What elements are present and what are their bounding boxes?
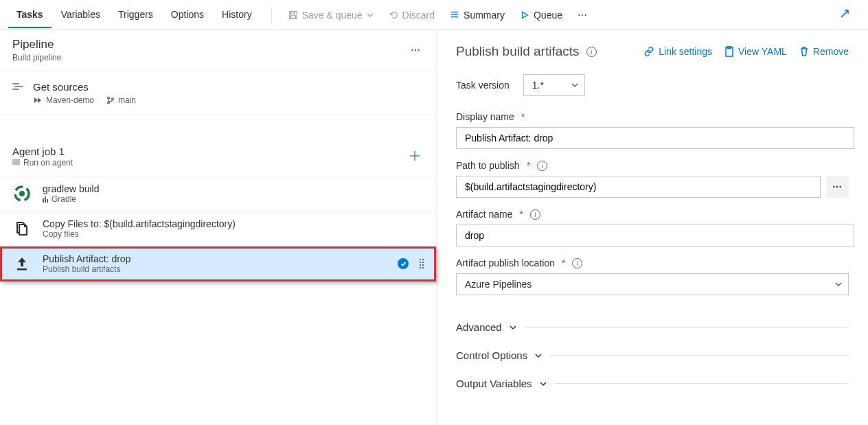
svg-rect-22 (43, 198, 44, 203)
svg-rect-1 (290, 11, 294, 14)
task-title: Publish Artifact: drop (43, 253, 387, 264)
task-row-gradle[interactable]: gradlew build Gradle (0, 176, 436, 211)
svg-point-12 (108, 97, 110, 99)
remove-label: Remove (813, 46, 849, 57)
summary-button[interactable]: Summary (444, 7, 510, 23)
path-label: Path to publish (456, 160, 520, 171)
svg-rect-2 (290, 15, 295, 18)
undo-icon (389, 10, 398, 20)
trash-icon (799, 46, 809, 57)
output-variables-label: Output Variables (456, 378, 532, 389)
svg-rect-24 (47, 199, 48, 203)
display-name-label: Display name (456, 111, 514, 122)
browse-button[interactable]: ⋯ (826, 176, 849, 198)
artifact-name-label: Artifact name (456, 209, 512, 220)
location-value: Azure Pipelines (465, 279, 532, 290)
task-row-publish[interactable]: Publish Artifact: drop Publish build art… (0, 246, 436, 282)
divider (271, 7, 272, 23)
tab-options[interactable]: Options (163, 2, 212, 28)
chevron-down-icon (367, 12, 374, 19)
get-sources-row[interactable]: Get sources Maven-demo main (0, 71, 436, 115)
link-settings-label: Link settings (659, 46, 712, 57)
queue-button[interactable]: Queue (514, 7, 568, 23)
advanced-label: Advanced (456, 321, 502, 333)
link-settings-button[interactable]: Link settings (643, 46, 712, 57)
task-version-select[interactable]: 1.* (523, 74, 585, 96)
control-options-section[interactable]: Control Options (456, 341, 849, 369)
location-select[interactable]: Azure Pipelines (456, 273, 849, 295)
pipeline-header[interactable]: Pipeline Build pipeline ⋯ (0, 30, 436, 71)
tab-history[interactable]: History (214, 2, 260, 28)
save-queue-label: Save & queue (302, 10, 363, 21)
expand-icon (839, 8, 850, 19)
summary-icon (450, 10, 459, 20)
output-variables-section[interactable]: Output Variables (456, 369, 849, 398)
svg-point-21 (19, 191, 25, 196)
task-subtitle: Gradle (43, 194, 424, 204)
tab-strip: Tasks Variables Triggers Options History (8, 2, 260, 28)
agent-job-row[interactable]: Agent job 1 Run on agent (0, 136, 436, 176)
get-sources-title: Get sources (33, 81, 136, 93)
plus-icon (409, 150, 421, 162)
control-options-label: Control Options (456, 349, 527, 361)
chevron-down-icon (509, 323, 517, 332)
clipboard-icon (724, 46, 734, 57)
chevron-down-icon (539, 380, 547, 388)
drag-handle[interactable] (420, 259, 424, 268)
repo-icon (33, 96, 43, 104)
discard-button[interactable]: Discard (383, 7, 440, 23)
info-icon[interactable]: i (530, 209, 540, 220)
svg-point-13 (108, 102, 110, 104)
info-icon[interactable]: i (572, 258, 582, 268)
task-version-value: 1.* (532, 80, 544, 91)
task-version-label: Task version (456, 80, 510, 91)
artifact-name-input[interactable] (456, 225, 854, 246)
advanced-section[interactable]: Advanced (456, 313, 849, 341)
tab-variables[interactable]: Variables (53, 2, 108, 28)
svg-rect-25 (17, 268, 27, 271)
branch-name: main (106, 95, 136, 105)
required-indicator: * (527, 160, 530, 171)
task-subtitle: Publish build artifacts (43, 264, 387, 274)
tab-tasks[interactable]: Tasks (8, 2, 52, 28)
pipeline-title: Pipeline (12, 38, 408, 51)
summary-label: Summary (464, 10, 505, 21)
task-title: gradlew build (43, 183, 424, 194)
sources-icon (12, 82, 23, 91)
agent-title: Agent job 1 (12, 146, 406, 157)
remove-button[interactable]: Remove (799, 46, 849, 57)
tab-triggers[interactable]: Triggers (110, 2, 161, 28)
upload-icon (12, 254, 32, 273)
info-icon[interactable]: i (586, 47, 597, 57)
check-icon (398, 258, 409, 269)
add-task-button[interactable] (406, 147, 424, 167)
required-indicator: * (521, 111, 525, 122)
view-yaml-button[interactable]: View YAML (724, 46, 787, 57)
agent-subtitle: Run on agent (12, 158, 406, 168)
pipeline-subtitle: Build pipeline (12, 53, 408, 62)
pipeline-more-button[interactable]: ⋯ (408, 42, 424, 58)
play-icon (520, 10, 529, 20)
chevron-down-icon (834, 280, 843, 288)
svg-rect-23 (45, 196, 46, 203)
location-label: Artifact publish location (456, 257, 555, 268)
expand-button[interactable] (834, 5, 856, 24)
gradle-icon (12, 184, 32, 203)
detail-title: Publish build artifacts (456, 44, 580, 59)
repo-name: Maven-demo (33, 95, 94, 105)
top-toolbar: Tasks Variables Triggers Options History… (0, 0, 868, 30)
agent-icon (12, 159, 20, 166)
info-icon[interactable]: i (537, 161, 547, 171)
display-name-input[interactable] (456, 127, 854, 149)
link-icon (643, 47, 654, 56)
task-row-copy[interactable]: Copy Files to: $(build.artifactstagingdi… (0, 211, 436, 246)
discard-label: Discard (402, 10, 435, 21)
task-title: Copy Files to: $(build.artifactstagingdi… (43, 218, 424, 229)
chevron-down-icon (571, 81, 579, 89)
path-input[interactable] (456, 176, 821, 198)
svg-point-14 (112, 98, 114, 100)
more-actions-button[interactable]: ⋯ (572, 7, 593, 23)
task-detail-panel: Publish build artifacts i Link settings … (437, 30, 868, 425)
required-indicator: * (519, 209, 523, 220)
save-queue-button[interactable]: Save & queue (283, 7, 379, 23)
